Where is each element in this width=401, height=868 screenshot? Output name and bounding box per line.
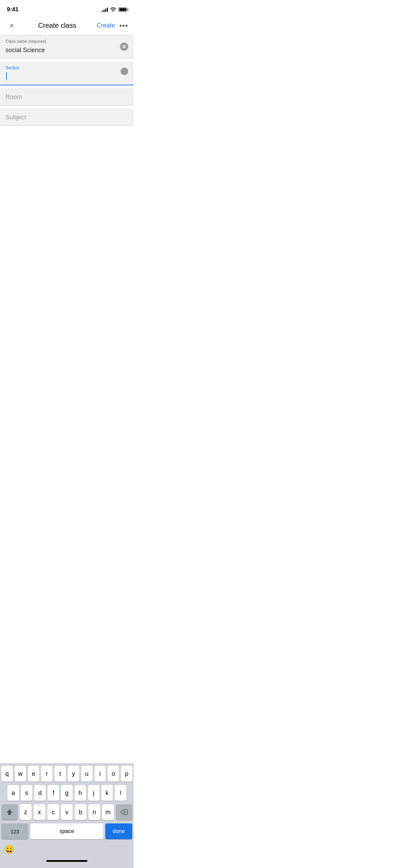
nav-bar: × Create class Create ••• <box>0 16 134 35</box>
room-field[interactable]: Room <box>0 88 134 106</box>
status-bar: 9:41 <box>0 0 134 16</box>
close-button[interactable]: × <box>5 21 18 30</box>
form-area: Class name (required) social Science Sec… <box>0 35 134 126</box>
page-title: Create class <box>18 22 97 29</box>
class-name-field[interactable]: Class name (required) social Science <box>0 35 134 59</box>
section-field[interactable]: Section <box>0 61 134 85</box>
class-name-value: social Science <box>5 45 128 55</box>
clear-class-name-button[interactable] <box>120 43 128 51</box>
section-label: Section <box>5 65 128 70</box>
subject-field[interactable]: Subject <box>0 108 134 126</box>
signal-icon <box>102 7 108 12</box>
room-label: Room <box>5 92 128 102</box>
class-name-label: Class name (required) <box>5 39 128 44</box>
battery-icon <box>118 8 127 12</box>
text-cursor <box>6 73 7 80</box>
section-value <box>5 72 128 81</box>
subject-label: Subject <box>5 112 128 122</box>
wifi-icon <box>110 7 116 12</box>
create-button[interactable]: Create <box>97 22 115 29</box>
status-icons <box>102 7 127 12</box>
section-bubble <box>121 68 128 75</box>
status-time: 9:41 <box>7 6 19 13</box>
more-button[interactable]: ••• <box>119 21 128 30</box>
